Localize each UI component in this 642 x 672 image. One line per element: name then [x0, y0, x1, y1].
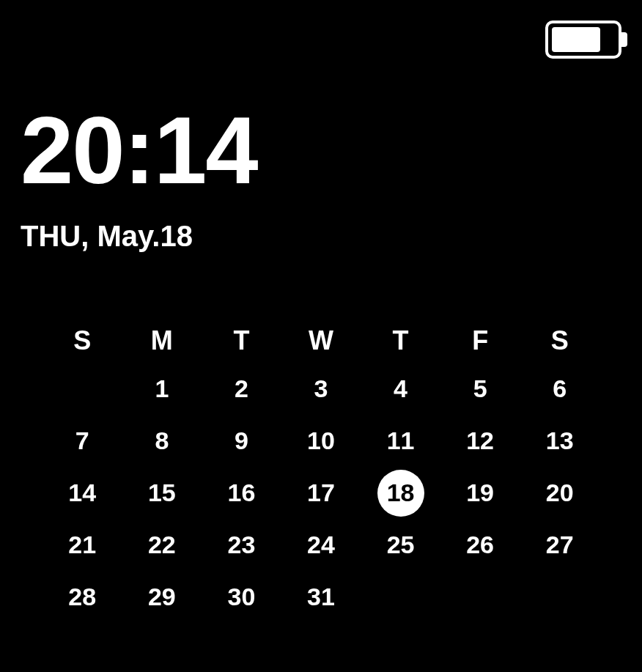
calendar-day-label: 28: [59, 574, 106, 621]
calendar-day[interactable]: 8: [122, 415, 202, 467]
calendar-day-label: 23: [218, 522, 265, 569]
calendar-day-label: 13: [536, 418, 583, 465]
weekday-header: M: [122, 319, 202, 363]
calendar-header-row: S M T W T F S: [43, 319, 599, 363]
calendar-day[interactable]: 4: [361, 363, 440, 415]
calendar-week-row: 21222324252627: [43, 519, 599, 571]
weekday-header: W: [281, 319, 361, 363]
calendar-day-label: 31: [298, 574, 344, 621]
calendar-day[interactable]: 20: [520, 467, 599, 519]
calendar-day[interactable]: 5: [440, 363, 520, 415]
weekday-header: T: [361, 319, 440, 363]
weekday-header: S: [43, 319, 122, 363]
calendar-day[interactable]: 30: [202, 571, 281, 623]
calendar-day-label: 22: [139, 522, 185, 569]
calendar-day-label: 29: [139, 574, 185, 621]
weekday-header: S: [520, 319, 599, 363]
calendar-day-label: 1: [139, 366, 185, 413]
calendar-week-row: 28293031: [43, 571, 599, 623]
calendar-day-label: 14: [59, 470, 106, 517]
calendar-day-label: 16: [218, 470, 265, 517]
calendar-day[interactable]: 2: [202, 363, 281, 415]
calendar-day[interactable]: 7: [43, 415, 122, 467]
calendar-day[interactable]: 31: [281, 571, 361, 623]
calendar-week-row: 123456: [43, 363, 599, 415]
calendar-day[interactable]: 16: [202, 467, 281, 519]
calendar-day[interactable]: 12: [440, 415, 520, 467]
calendar-day[interactable]: 29: [122, 571, 202, 623]
calendar-day-label: 17: [298, 470, 344, 517]
calendar-day-label: [59, 366, 106, 413]
calendar-day[interactable]: 15: [122, 467, 202, 519]
calendar-day-label: 20: [536, 470, 583, 517]
calendar-day: [361, 571, 440, 623]
calendar-week-row: 14151617181920: [43, 467, 599, 519]
calendar-day[interactable]: 6: [520, 363, 599, 415]
calendar-day[interactable]: 3: [281, 363, 361, 415]
calendar-day[interactable]: 17: [281, 467, 361, 519]
calendar-day: [440, 571, 520, 623]
calendar-day-label: 4: [377, 366, 424, 413]
calendar-day-label: 18: [377, 470, 424, 517]
calendar-day-label: 8: [139, 418, 185, 465]
time-display: 20:14: [21, 103, 257, 198]
calendar-day: [520, 571, 599, 623]
calendar-day-label: 24: [298, 522, 344, 569]
clock-block: 20:14 THU, May.18: [21, 103, 257, 253]
calendar-day[interactable]: 23: [202, 519, 281, 571]
calendar-day[interactable]: 22: [122, 519, 202, 571]
calendar-day-label: 10: [298, 418, 344, 465]
calendar-day-label: 19: [457, 470, 503, 517]
calendar-day-label: 3: [298, 366, 344, 413]
calendar-day[interactable]: 24: [281, 519, 361, 571]
calendar-day[interactable]: 25: [361, 519, 440, 571]
calendar-day-label: 2: [218, 366, 265, 413]
calendar-day-label: 9: [218, 418, 265, 465]
calendar-day-label: 11: [377, 418, 424, 465]
calendar: S M T W T F S 12345678910111213141516171…: [43, 319, 599, 623]
calendar-day[interactable]: 11: [361, 415, 440, 467]
calendar-week-row: 78910111213: [43, 415, 599, 467]
calendar-day[interactable]: 10: [281, 415, 361, 467]
calendar-day: [43, 363, 122, 415]
calendar-day[interactable]: 27: [520, 519, 599, 571]
calendar-day-label: 21: [59, 522, 106, 569]
calendar-body: 1234567891011121314151617181920212223242…: [43, 363, 599, 623]
calendar-day-label: [536, 574, 583, 621]
calendar-day[interactable]: 21: [43, 519, 122, 571]
calendar-day-today[interactable]: 18: [361, 467, 440, 519]
calendar-day-label: 30: [218, 574, 265, 621]
calendar-day-label: 12: [457, 418, 503, 465]
calendar-day-label: [377, 574, 424, 621]
calendar-day-label: 26: [457, 522, 503, 569]
calendar-day-label: 6: [536, 366, 583, 413]
calendar-day-label: 25: [377, 522, 424, 569]
calendar-day[interactable]: 14: [43, 467, 122, 519]
calendar-day[interactable]: 1: [122, 363, 202, 415]
calendar-day-label: [457, 574, 503, 621]
calendar-day[interactable]: 28: [43, 571, 122, 623]
calendar-day[interactable]: 19: [440, 467, 520, 519]
status-bar: [545, 21, 621, 59]
battery-fill: [552, 27, 600, 52]
weekday-header: T: [202, 319, 281, 363]
calendar-day-label: 7: [59, 418, 106, 465]
date-display: THU, May.18: [21, 220, 257, 253]
calendar-day[interactable]: 13: [520, 415, 599, 467]
battery-icon: [545, 21, 621, 59]
calendar-day-label: 5: [457, 366, 503, 413]
calendar-day[interactable]: 26: [440, 519, 520, 571]
weekday-header: F: [440, 319, 520, 363]
calendar-day-label: 15: [139, 470, 185, 517]
calendar-day-label: 27: [536, 522, 583, 569]
calendar-day[interactable]: 9: [202, 415, 281, 467]
